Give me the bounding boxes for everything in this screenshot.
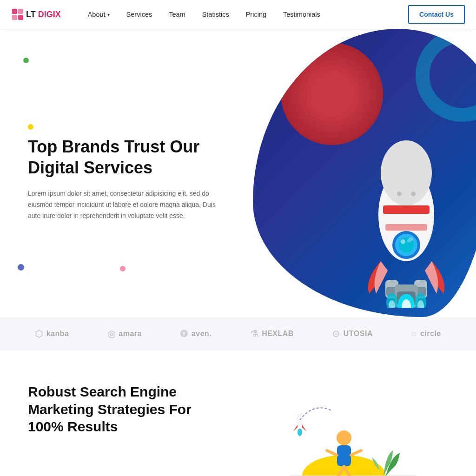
brand-label-hexlab: HEXLAB [262, 330, 294, 338]
hero-description: Lorem ipsum dolor sit amet, consectetur … [28, 188, 224, 221]
nav-team[interactable]: Team [160, 0, 193, 29]
svg-rect-0 [12, 9, 17, 14]
hero-section: Top Brands Trust Our Digital Services Lo… [0, 29, 476, 317]
brand-label-kanba: kanba [46, 330, 69, 338]
hero-content: Top Brands Trust Our Digital Services Lo… [0, 96, 247, 249]
svg-point-5 [381, 140, 432, 205]
logo-digix-text: DIGIX [38, 10, 61, 20]
svg-rect-1 [18, 9, 23, 14]
brand-icon-circle: ○ [411, 329, 417, 339]
hero-visual [247, 29, 476, 317]
svg-rect-2 [12, 15, 17, 20]
nav-statistics[interactable]: Statistics [194, 0, 238, 29]
svg-point-29 [337, 430, 351, 445]
contact-us-button[interactable]: Contact Us [408, 5, 465, 24]
brand-icon-aven: ❂ [180, 328, 188, 339]
svg-line-34 [351, 450, 361, 455]
section-two-illustration [272, 383, 421, 476]
brand-hexlab: ⚗ HEXLAB [250, 328, 294, 339]
brand-label-utosia: UTOSIA [344, 330, 373, 338]
blob-decoration-ring [416, 29, 476, 122]
chevron-down-icon: ▾ [107, 12, 110, 17]
brands-bar: ⬡ kanba ◎ amara ❂ aven. ⚗ HEXLAB ⊙ UTOSI… [0, 317, 476, 350]
brand-icon-hexlab: ⚗ [250, 328, 259, 339]
nav-about[interactable]: About ▾ [79, 0, 118, 29]
brand-icon-amara: ◎ [107, 328, 116, 339]
nav-links: About ▾ Services Team Statistics Pricing… [79, 0, 408, 29]
section-two-text: Robust Search Engine Marketing Strategie… [28, 383, 217, 436]
brand-icon-utosia: ⊙ [332, 328, 340, 339]
nav-testimonials[interactable]: Testimonials [275, 0, 329, 29]
brand-amara: ◎ amara [107, 328, 142, 339]
brand-icon-kanba: ⬡ [35, 328, 43, 339]
svg-line-33 [327, 450, 337, 455]
brand-label-circle: circle [420, 330, 441, 338]
svg-rect-3 [18, 15, 23, 20]
navbar: LT DIGIX About ▾ Services Team Statistic… [0, 0, 476, 29]
svg-rect-30 [337, 445, 351, 466]
brand-label-amara: amara [119, 330, 142, 338]
hero-title: Top Brands Trust Our Digital Services [28, 136, 224, 178]
decoration-green-dot [23, 58, 29, 63]
hero-blob [253, 29, 476, 317]
svg-rect-6 [383, 205, 430, 214]
logo-lt-text: LT [26, 10, 36, 20]
svg-point-36 [298, 429, 302, 436]
svg-point-25 [411, 192, 416, 196]
rocket-illustration [313, 112, 476, 308]
logo-icon [11, 8, 24, 21]
svg-point-24 [397, 192, 402, 196]
section-two: Robust Search Engine Marketing Strategie… [0, 350, 476, 476]
nav-services[interactable]: Services [118, 0, 161, 29]
section-two-title: Robust Search Engine Marketing Strategie… [28, 383, 217, 436]
brand-kanba: ⬡ kanba [35, 328, 69, 339]
logo[interactable]: LT DIGIX [11, 8, 61, 21]
decoration-pink-dot [120, 266, 126, 271]
section-two-visual [245, 383, 448, 476]
brand-utosia: ⊙ UTOSIA [332, 328, 373, 339]
decoration-blue-dot [18, 264, 24, 271]
decoration-yellow-dot [28, 124, 33, 130]
svg-point-11 [401, 239, 405, 244]
brand-aven: ❂ aven. [180, 328, 212, 339]
nav-pricing[interactable]: Pricing [238, 0, 275, 29]
svg-rect-7 [385, 224, 427, 231]
brand-circle: ○ circle [411, 329, 441, 339]
brand-label-aven: aven. [192, 330, 212, 338]
